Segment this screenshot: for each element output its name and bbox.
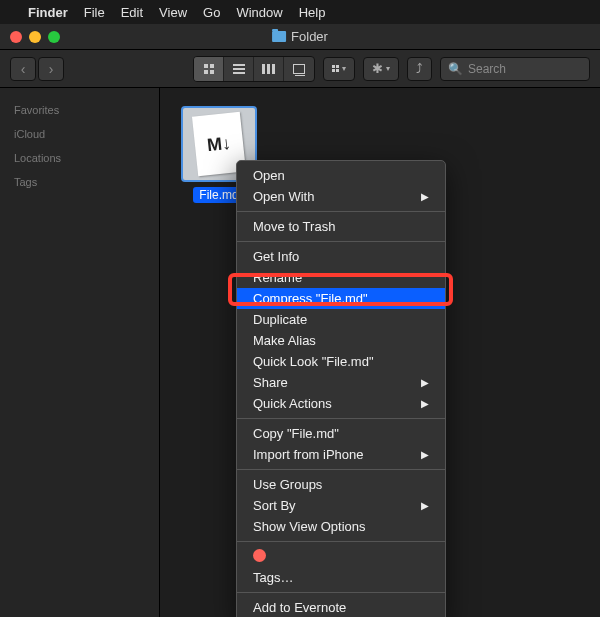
- context-menu-item[interactable]: Show View Options: [237, 516, 445, 537]
- forward-button[interactable]: ›: [38, 57, 64, 81]
- context-menu-item[interactable]: Quick Look "File.md": [237, 351, 445, 372]
- folder-icon: [272, 31, 286, 42]
- search-icon: 🔍: [448, 62, 463, 76]
- context-menu-label: Use Groups: [253, 477, 322, 492]
- context-menu-label: Get Info: [253, 249, 299, 264]
- nav-buttons: ‹ ›: [10, 57, 64, 81]
- sidebar-section-tags[interactable]: Tags: [0, 172, 159, 192]
- search-placeholder: Search: [468, 62, 506, 76]
- context-menu-label: Copy "File.md": [253, 426, 339, 441]
- help-menu[interactable]: Help: [299, 5, 326, 20]
- context-menu-label: Import from iPhone: [253, 447, 364, 462]
- view-list-button[interactable]: [224, 57, 254, 81]
- context-menu-separator: [237, 418, 445, 419]
- context-menu-label: Share: [253, 375, 288, 390]
- context-menu-item[interactable]: Copy "File.md": [237, 423, 445, 444]
- context-menu-label: Open With: [253, 189, 314, 204]
- sidebar-section-icloud[interactable]: iCloud: [0, 124, 159, 144]
- context-menu-label: Tags…: [253, 570, 293, 585]
- tag-color-dot[interactable]: [253, 549, 266, 562]
- traffic-lights: [0, 24, 70, 50]
- fullscreen-window-button[interactable]: [48, 31, 60, 43]
- edit-menu[interactable]: Edit: [121, 5, 143, 20]
- submenu-arrow-icon: ▶: [421, 449, 429, 460]
- view-gallery-button[interactable]: [284, 57, 314, 81]
- share-button[interactable]: ⤴: [407, 57, 432, 81]
- context-menu-label: Compress "File.md": [253, 291, 368, 306]
- context-menu-item[interactable]: Get Info: [237, 246, 445, 267]
- context-menu-label: Show View Options: [253, 519, 366, 534]
- context-menu-item[interactable]: Tags…: [237, 567, 445, 588]
- context-menu-item[interactable]: Open With▶: [237, 186, 445, 207]
- window-menu[interactable]: Window: [236, 5, 282, 20]
- context-menu-label: Rename: [253, 270, 302, 285]
- window-title-text: Folder: [291, 29, 328, 44]
- context-menu-label: Duplicate: [253, 312, 307, 327]
- view-icons-button[interactable]: [194, 57, 224, 81]
- context-menu-separator: [237, 241, 445, 242]
- context-menu-separator: [237, 541, 445, 542]
- share-icon: ⤴: [416, 61, 423, 76]
- context-menu-item[interactable]: Use Groups: [237, 474, 445, 495]
- submenu-arrow-icon: ▶: [421, 500, 429, 511]
- search-input[interactable]: 🔍 Search: [440, 57, 590, 81]
- menubar: Finder File Edit View Go Window Help: [0, 0, 600, 24]
- back-button[interactable]: ‹: [10, 57, 36, 81]
- context-menu-item[interactable]: Duplicate: [237, 309, 445, 330]
- window-titlebar: Folder: [0, 24, 600, 50]
- context-menu-label: Add to Evernote: [253, 600, 346, 615]
- context-menu: OpenOpen With▶Move to TrashGet InfoRenam…: [236, 160, 446, 617]
- group-by-button[interactable]: ▾: [323, 57, 355, 81]
- context-menu-label: Quick Look "File.md": [253, 354, 374, 369]
- view-columns-button[interactable]: [254, 57, 284, 81]
- action-button[interactable]: ✱▾: [363, 57, 399, 81]
- context-menu-item[interactable]: Import from iPhone▶: [237, 444, 445, 465]
- context-menu-separator: [237, 592, 445, 593]
- context-menu-item[interactable]: Add to Evernote: [237, 597, 445, 617]
- minimize-window-button[interactable]: [29, 31, 41, 43]
- sidebar: Favorites iCloud Locations Tags: [0, 88, 160, 617]
- context-menu-label: Quick Actions: [253, 396, 332, 411]
- context-menu-separator: [237, 469, 445, 470]
- gear-icon: ✱: [372, 61, 383, 76]
- context-menu-item[interactable]: Share▶: [237, 372, 445, 393]
- submenu-arrow-icon: ▶: [421, 398, 429, 409]
- context-menu-separator: [237, 211, 445, 212]
- sidebar-section-locations[interactable]: Locations: [0, 148, 159, 168]
- context-menu-label: Open: [253, 168, 285, 183]
- context-menu-item[interactable]: Make Alias: [237, 330, 445, 351]
- context-menu-item[interactable]: Compress "File.md": [237, 288, 445, 309]
- window-title: Folder: [272, 29, 328, 44]
- go-menu[interactable]: Go: [203, 5, 220, 20]
- submenu-arrow-icon: ▶: [421, 377, 429, 388]
- context-menu-item[interactable]: Sort By▶: [237, 495, 445, 516]
- close-window-button[interactable]: [10, 31, 22, 43]
- context-menu-item[interactable]: Open: [237, 165, 445, 186]
- sidebar-section-favorites[interactable]: Favorites: [0, 100, 159, 120]
- context-menu-item[interactable]: Rename: [237, 267, 445, 288]
- context-menu-label: Move to Trash: [253, 219, 335, 234]
- submenu-arrow-icon: ▶: [421, 191, 429, 202]
- context-menu-label: Sort By: [253, 498, 296, 513]
- context-menu-item[interactable]: Move to Trash: [237, 216, 445, 237]
- app-name-menu[interactable]: Finder: [28, 5, 68, 20]
- context-menu-label: Make Alias: [253, 333, 316, 348]
- toolbar: ‹ › ▾ ✱▾ ⤴ 🔍 Search: [0, 50, 600, 88]
- view-switcher: [193, 56, 315, 82]
- context-menu-item[interactable]: Quick Actions▶: [237, 393, 445, 414]
- view-menu[interactable]: View: [159, 5, 187, 20]
- file-menu[interactable]: File: [84, 5, 105, 20]
